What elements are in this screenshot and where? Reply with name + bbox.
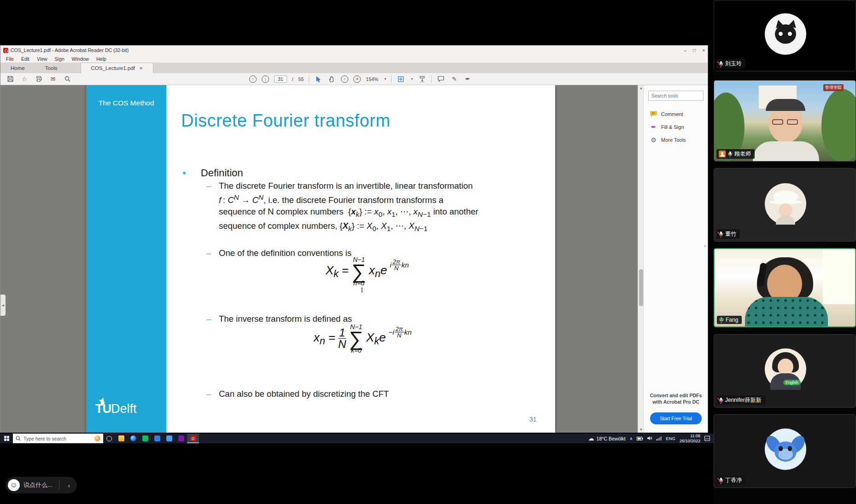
participant-tile[interactable]: English Jennifer薛新新 [714, 334, 856, 408]
panel-item-fill-sign[interactable]: ✒ Fill & Sign [650, 123, 684, 130]
toolbar-divider [431, 75, 432, 83]
slide-page-number: 31 [529, 416, 537, 423]
tray-chevron-icon[interactable]: ∧ [630, 436, 633, 441]
tab-tools[interactable]: Tools [35, 63, 68, 73]
star-icon[interactable]: ☆ [20, 75, 29, 83]
speaker-icon[interactable] [647, 436, 652, 441]
menu-bar: File Edit View Sign Window Help [0, 55, 708, 63]
search-icon[interactable] [63, 75, 71, 83]
menu-file[interactable]: File [2, 56, 18, 62]
email-icon[interactable]: ✉ [49, 75, 57, 83]
menu-help[interactable]: Help [93, 56, 110, 62]
taskbar-app-purple[interactable] [175, 434, 187, 443]
taskbar-app-file-explorer[interactable] [115, 434, 127, 443]
taskbar-app-green[interactable] [139, 434, 151, 443]
participant-name: 董竹 [725, 230, 736, 238]
taskbar-app-blue-1[interactable] [151, 434, 163, 443]
close-button[interactable]: × [702, 48, 705, 53]
dash-glyph: – [206, 389, 211, 399]
page-number-input[interactable]: 31 [274, 75, 287, 83]
video-shoulders [753, 141, 819, 162]
panel-item-more-tools[interactable]: ⚙ More Tools [650, 136, 686, 143]
comment-tool-icon[interactable] [437, 75, 445, 83]
search-tools-input[interactable] [648, 91, 704, 101]
participant-tile[interactable]: 刘玉玲 [714, 0, 856, 71]
scrolling-mode-icon[interactable] [418, 75, 426, 83]
panel-item-comment[interactable]: Comment [650, 110, 683, 117]
panel-item-more-tools-label: More Tools [661, 137, 686, 143]
pencil-tool-icon[interactable]: ✎ [450, 75, 458, 83]
previous-page-icon[interactable]: ↑ [249, 75, 257, 83]
language-indicator[interactable]: ENG [666, 436, 675, 441]
taskbar-app-acrobat[interactable] [187, 434, 199, 443]
dash-glyph: – [206, 248, 211, 258]
tab-close-icon[interactable]: × [140, 65, 143, 71]
menu-window[interactable]: Window [68, 56, 93, 62]
window-titlebar[interactable]: COS_Lecture1.pdf - Adobe Acrobat Reader … [0, 46, 708, 55]
participant-tile[interactable]: 董竹 [714, 168, 856, 242]
maximize-button[interactable]: □ [693, 48, 696, 53]
participant-tile[interactable]: Fang [714, 248, 856, 327]
taskbar-search[interactable]: Type here to search [13, 434, 103, 443]
menu-view[interactable]: View [33, 56, 51, 62]
print-icon[interactable] [35, 75, 43, 83]
taskbar: Type here to search ☁ 18°C Bewölkt ∧ ENG… [0, 434, 714, 443]
save-icon[interactable] [6, 75, 14, 83]
acrobat-app-icon [3, 48, 8, 53]
tab-document[interactable]: COS_Lecture1.pdf × [81, 63, 153, 73]
chat-divider [59, 481, 59, 490]
notification-center-icon[interactable] [704, 436, 710, 441]
pdf-slide: The COS Method TUDelft Discrete Fourier … [86, 85, 555, 433]
participant-name: 刘玉玲 [725, 60, 742, 68]
zoom-level[interactable]: 154% [366, 76, 378, 82]
emoji-icon[interactable]: ☺ [8, 479, 20, 491]
formula2-coefficient: 1N [338, 327, 346, 350]
battery-icon[interactable] [637, 436, 643, 441]
formula1-exponent: i 2πN kn [390, 259, 409, 271]
taskbar-app-blue-2[interactable] [163, 434, 175, 443]
bullet-definition: • Definition [182, 167, 243, 179]
participant-tile[interactable]: 丁香净 [714, 414, 856, 488]
start-button[interactable] [0, 434, 13, 443]
minimize-button[interactable]: – [684, 48, 687, 53]
video-window-light [823, 249, 855, 304]
zoom-dropdown-icon[interactable]: ▾ [384, 77, 386, 81]
clock[interactable]: 11:08 26/10/2022 [680, 434, 700, 443]
participant-name: Jennifer薛新新 [725, 396, 762, 404]
network-icon[interactable] [657, 436, 662, 441]
chat-collapse-icon[interactable]: ‹ [63, 479, 75, 491]
acrobat-promo-text: Convert and edit PDFs with Acrobat Pro D… [644, 392, 708, 405]
tab-home[interactable]: Home [0, 63, 35, 73]
start-free-trial-button[interactable]: Start Free Trial [650, 412, 702, 424]
participant-tile[interactable]: 管理学院 顾老师 [714, 80, 856, 162]
fit-page-icon[interactable] [397, 75, 405, 83]
fill-sign-icon: ✒ [650, 123, 657, 130]
mic-muted-icon [719, 478, 723, 483]
search-highlights-icon[interactable] [94, 435, 100, 441]
hand-tool-icon[interactable] [328, 75, 336, 83]
scrollbar-thumb[interactable] [639, 269, 643, 306]
select-tool-icon[interactable] [314, 75, 322, 83]
zoom-in-icon[interactable]: + [353, 75, 361, 83]
taskbar-app-edge[interactable] [127, 434, 139, 443]
fit-dropdown-icon[interactable]: ▾ [411, 77, 413, 81]
zoom-out-icon[interactable]: − [341, 75, 348, 83]
formula2-exponent: − i 2πN kn [388, 326, 411, 338]
avatar: English [765, 348, 806, 390]
weather-widget[interactable]: ☁ 18°C Bewölkt [588, 435, 626, 442]
next-page-icon[interactable]: ↓ [262, 75, 269, 83]
menu-edit[interactable]: Edit [18, 56, 33, 62]
formula-dft: Xk = N−1 ∑ n=0 xne i 2πN kn [284, 256, 450, 286]
meeting-chat-bar[interactable]: ☺ 说点什么... ‹ [6, 477, 77, 493]
bullet-glyph: • [182, 167, 186, 179]
dash-glyph: – [206, 181, 211, 191]
tools-panel-toggle[interactable]: › [703, 237, 708, 255]
participant-name: 丁香净 [725, 476, 742, 484]
sign-tool-icon[interactable]: ✒ [463, 75, 472, 83]
nav-pane-toggle[interactable]: ◂ [0, 295, 6, 316]
taskbar-app-cortana[interactable] [103, 434, 115, 443]
slide-sidebar: The COS Method TUDelft [86, 85, 166, 433]
chat-input-placeholder[interactable]: 说点什么... [23, 481, 55, 489]
menu-sign[interactable]: Sign [51, 56, 68, 62]
tools-panel: Comment ✒ Fill & Sign ⚙ More Tools Conve… [643, 85, 708, 433]
